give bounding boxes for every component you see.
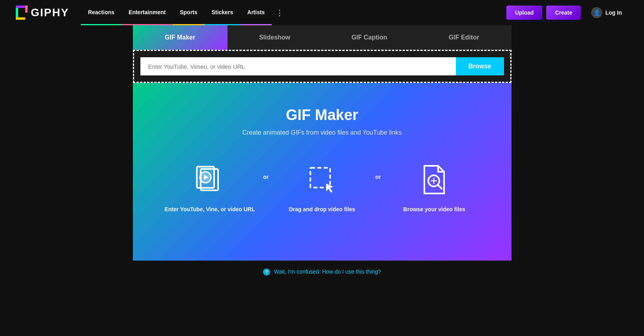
hero-title: GIF Maker — [286, 107, 358, 124]
tab-slideshow[interactable]: Slideshow — [228, 25, 322, 50]
nav-links: Reactions Entertainment Sports Stickers … — [81, 0, 506, 25]
login-label: Log In — [605, 9, 622, 16]
logo-text: GIPHY — [31, 6, 69, 19]
hero-subtitle: Create animated GIFs from video files an… — [242, 129, 401, 136]
url-row: Browse — [140, 57, 504, 75]
url-area: Browse — [133, 50, 511, 83]
hero-option-url: Enter YouTube, Vine, or video URL — [164, 160, 256, 214]
nav-more-icon[interactable]: ⋮ — [272, 8, 287, 17]
main-content: GIF Maker Slideshow GIF Caption GIF Edit… — [125, 25, 519, 261]
svg-rect-2 — [25, 6, 28, 13]
logo[interactable]: GIPHY — [16, 6, 69, 20]
tab-gif-caption[interactable]: GIF Caption — [322, 25, 417, 50]
nav-entertainment[interactable]: Entertainment — [121, 0, 173, 25]
nav-sports[interactable]: Sports — [173, 0, 204, 25]
user-icon: 👤 — [591, 7, 602, 18]
question-icon: ? — [263, 268, 270, 276]
svg-rect-3 — [16, 17, 25, 20]
hero-section: GIF Maker Create animated GIFs from vide… — [133, 83, 511, 261]
tab-gif-editor[interactable]: GIF Editor — [417, 25, 511, 50]
upload-button[interactable]: Upload — [506, 6, 542, 20]
video-url-icon — [190, 160, 230, 199]
hero-options: Enter YouTube, Vine, or video URL or Dra… — [164, 160, 480, 214]
tab-gif-maker[interactable]: GIF Maker — [133, 25, 228, 50]
nav-reactions[interactable]: Reactions — [81, 0, 121, 25]
svg-line-11 — [438, 185, 442, 189]
giphy-logo-icon — [16, 6, 28, 20]
browse-files-icon — [414, 160, 454, 199]
hero-option-drag-label: Drag and drop video files — [289, 206, 355, 214]
tabs: GIF Maker Slideshow GIF Caption GIF Edit… — [133, 25, 511, 50]
hero-option-url-label: Enter YouTube, Vine, or video URL — [164, 206, 255, 214]
create-button[interactable]: Create — [546, 6, 581, 20]
nav-artists[interactable]: Artists — [240, 0, 272, 25]
drag-drop-icon — [302, 160, 342, 199]
login-button[interactable]: 👤 Log In — [585, 3, 628, 22]
svg-marker-9 — [326, 184, 333, 193]
nav-actions: Upload Create 👤 Log In — [506, 3, 628, 22]
url-input[interactable] — [140, 57, 456, 75]
hero-or-1: or — [255, 174, 276, 180]
hero-or-2: or — [368, 174, 389, 180]
navbar: GIPHY Reactions Entertainment Sports Sti… — [0, 0, 644, 25]
hero-option-drag: Drag and drop video files — [276, 160, 368, 214]
footer-hint-text[interactable]: Wait, I'm confused. How do I use this th… — [274, 268, 381, 275]
nav-stickers[interactable]: Stickers — [205, 0, 240, 25]
hero-option-browse-label: Browse your video files — [403, 206, 465, 214]
browse-button[interactable]: Browse — [456, 57, 504, 75]
footer-hint: ? Wait, I'm confused. How do I use this … — [0, 261, 644, 283]
hero-option-browse: Browse your video files — [389, 160, 480, 214]
